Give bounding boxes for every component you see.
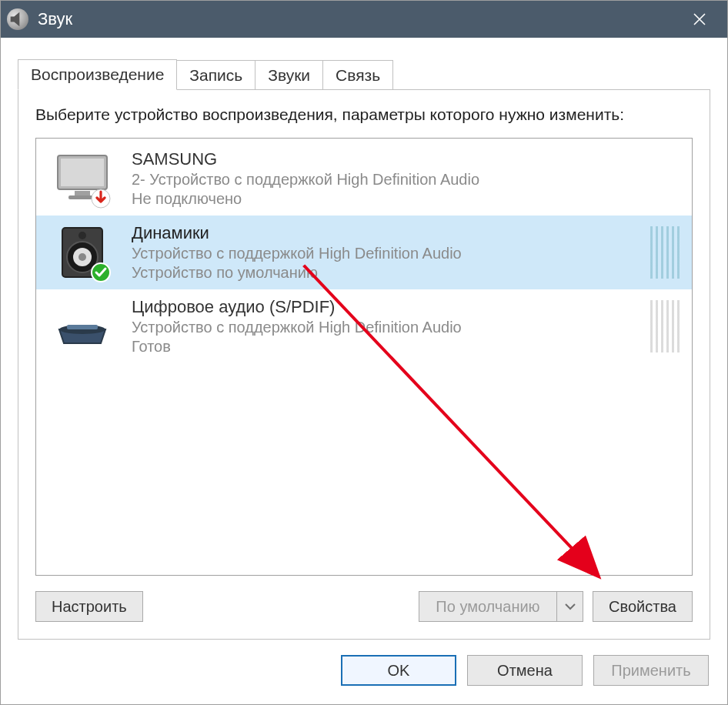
close-button[interactable] bbox=[678, 1, 721, 38]
device-desc: Устройство с поддержкой High Definition … bbox=[132, 245, 643, 262]
chevron-down-icon[interactable] bbox=[557, 591, 583, 622]
instruction-text: Выберите устройство воспроизведения, пар… bbox=[35, 104, 693, 125]
device-name: Цифровое аудио (S/PDIF) bbox=[132, 297, 643, 317]
device-desc: Устройство с поддержкой High Definition … bbox=[132, 319, 643, 336]
properties-button[interactable]: Свойства bbox=[593, 591, 693, 622]
svg-point-8 bbox=[78, 253, 86, 261]
tab-communications[interactable]: Связь bbox=[322, 60, 393, 90]
tab-panel-playback: Выберите устройство воспроизведения, пар… bbox=[18, 89, 710, 640]
tab-strip: Воспроизведение Запись Звуки Связь bbox=[18, 59, 710, 90]
svg-rect-2 bbox=[75, 191, 90, 195]
svg-rect-1 bbox=[61, 159, 104, 186]
unplugged-badge-icon bbox=[90, 188, 112, 209]
ok-button[interactable]: OK bbox=[341, 655, 456, 686]
device-row-spdif[interactable]: Цифровое аудио (S/PDIF) Устройство с под… bbox=[36, 289, 692, 363]
speaker-icon bbox=[52, 225, 113, 280]
tab-playback[interactable]: Воспроизведение bbox=[18, 59, 177, 90]
sound-dialog-window: Звук Воспроизведение Запись Звуки Связь … bbox=[0, 0, 728, 705]
tab-sounds[interactable]: Звуки bbox=[255, 60, 323, 90]
configure-button[interactable]: Настроить bbox=[35, 591, 143, 622]
content-area: Воспроизведение Запись Звуки Связь Выбер… bbox=[1, 38, 727, 640]
default-check-badge-icon bbox=[90, 262, 112, 283]
monitor-icon bbox=[52, 151, 113, 206]
device-desc: 2- Устройство с поддержкой High Definiti… bbox=[132, 171, 681, 189]
cancel-button[interactable]: Отмена bbox=[467, 655, 583, 686]
titlebar: Звук bbox=[1, 1, 727, 38]
set-default-button[interactable]: По умолчанию bbox=[419, 591, 557, 622]
device-status: Не подключено bbox=[132, 190, 681, 208]
window-title: Звук bbox=[38, 9, 678, 29]
level-meter bbox=[650, 300, 681, 352]
apply-button[interactable]: Применить bbox=[593, 655, 709, 686]
panel-buttons: Настроить По умолчанию Свойства bbox=[35, 591, 693, 622]
level-meter bbox=[650, 226, 681, 279]
tab-recording[interactable]: Запись bbox=[176, 60, 255, 90]
device-status: Готов bbox=[132, 338, 643, 356]
svg-rect-12 bbox=[67, 325, 98, 329]
device-status: Устройство по умолчанию bbox=[132, 264, 643, 282]
device-row-samsung[interactable]: SAMSUNG 2- Устройство с поддержкой High … bbox=[36, 142, 692, 216]
spdif-icon bbox=[52, 299, 113, 354]
svg-point-9 bbox=[78, 232, 86, 239]
device-list[interactable]: SAMSUNG 2- Устройство с поддержкой High … bbox=[35, 138, 693, 576]
device-name: SAMSUNG bbox=[132, 149, 681, 169]
dialog-button-row: OK Отмена Применить bbox=[1, 640, 727, 704]
device-name: Динамики bbox=[132, 223, 643, 243]
device-row-speakers[interactable]: Динамики Устройство с поддержкой High De… bbox=[36, 216, 692, 289]
set-default-split-button[interactable]: По умолчанию bbox=[419, 591, 583, 622]
sound-icon bbox=[7, 8, 28, 30]
